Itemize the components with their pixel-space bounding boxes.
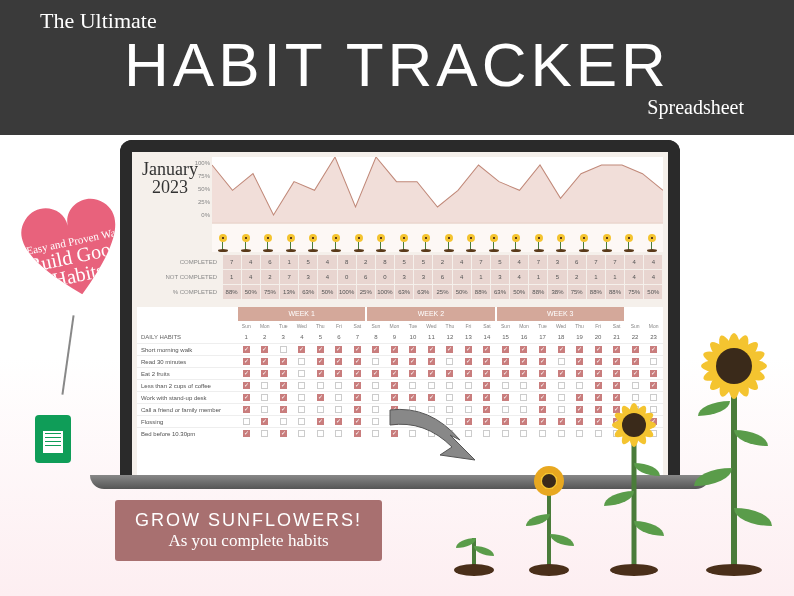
- grow-line1: GROW SUNFLOWERS!: [135, 510, 362, 531]
- habit-checkbox[interactable]: [274, 404, 293, 415]
- habit-checkbox[interactable]: [348, 344, 367, 355]
- habit-checkbox[interactable]: [274, 344, 293, 355]
- mini-sunflower-icon: [443, 234, 455, 252]
- mini-sunflower-icon: [488, 234, 500, 252]
- habit-checkbox[interactable]: [367, 368, 386, 379]
- habit-checkbox[interactable]: [237, 380, 256, 391]
- habit-checkbox[interactable]: [256, 368, 275, 379]
- habit-checkbox[interactable]: [404, 380, 423, 391]
- heart-shape: An Easy and Proven Way to Build Good Hab…: [0, 182, 157, 338]
- habit-checkbox[interactable]: [348, 356, 367, 367]
- habit-checkbox[interactable]: [293, 392, 312, 403]
- habit-checkbox[interactable]: [348, 416, 367, 427]
- habit-checkbox[interactable]: [385, 380, 404, 391]
- flower-row: [212, 224, 663, 252]
- mini-sunflower-icon: [465, 234, 477, 252]
- svg-point-15: [716, 348, 752, 384]
- habit-checkbox[interactable]: [274, 416, 293, 427]
- habit-checkbox[interactable]: [385, 368, 404, 379]
- habit-checkbox[interactable]: [348, 428, 367, 439]
- habit-checkbox[interactable]: [274, 428, 293, 439]
- habit-checkbox[interactable]: [330, 344, 349, 355]
- habit-checkbox[interactable]: [311, 404, 330, 415]
- habit-checkbox[interactable]: [330, 428, 349, 439]
- habit-checkbox[interactable]: [311, 428, 330, 439]
- habit-checkbox[interactable]: [237, 368, 256, 379]
- habit-checkbox[interactable]: [237, 416, 256, 427]
- habit-checkbox[interactable]: [256, 428, 275, 439]
- google-sheets-icon: [35, 415, 71, 463]
- habit-checkbox[interactable]: [422, 344, 441, 355]
- habit-checkbox[interactable]: [256, 380, 275, 391]
- habit-checkbox[interactable]: [348, 368, 367, 379]
- habit-checkbox[interactable]: [367, 356, 386, 367]
- mini-sunflower-icon: [420, 234, 432, 252]
- habit-checkbox[interactable]: [330, 392, 349, 403]
- balloon-string: [61, 315, 74, 394]
- habit-checkbox[interactable]: [330, 356, 349, 367]
- habit-checkbox[interactable]: [330, 416, 349, 427]
- habit-checkbox[interactable]: [293, 404, 312, 415]
- habit-checkbox[interactable]: [367, 380, 386, 391]
- habit-checkbox[interactable]: [311, 368, 330, 379]
- habit-checkbox[interactable]: [293, 368, 312, 379]
- mini-sunflower-icon: [555, 234, 567, 252]
- mini-sunflower-icon: [262, 234, 274, 252]
- habit-checkbox[interactable]: [311, 416, 330, 427]
- habit-checkbox[interactable]: [404, 368, 423, 379]
- sunflower-large: [694, 331, 774, 576]
- habit-checkbox[interactable]: [256, 344, 275, 355]
- habit-checkbox[interactable]: [274, 380, 293, 391]
- mini-sunflower-icon: [307, 234, 319, 252]
- mini-sunflower-icon: [240, 234, 252, 252]
- habit-checkbox[interactable]: [404, 356, 423, 367]
- habit-checkbox[interactable]: [367, 344, 386, 355]
- habit-checkbox[interactable]: [293, 428, 312, 439]
- habit-checkbox[interactable]: [330, 368, 349, 379]
- habit-checkbox[interactable]: [274, 392, 293, 403]
- habit-checkbox[interactable]: [293, 380, 312, 391]
- habit-checkbox[interactable]: [311, 392, 330, 403]
- habit-checkbox[interactable]: [237, 392, 256, 403]
- subtitle: Spreadsheet: [30, 96, 744, 119]
- habit-checkbox[interactable]: [422, 356, 441, 367]
- svg-point-6: [622, 413, 646, 437]
- habit-checkbox[interactable]: [404, 344, 423, 355]
- habit-checkbox[interactable]: [237, 428, 256, 439]
- habit-checkbox[interactable]: [385, 356, 404, 367]
- habit-checkbox[interactable]: [422, 380, 441, 391]
- habit-checkbox[interactable]: [274, 356, 293, 367]
- habit-checkbox[interactable]: [330, 404, 349, 415]
- mini-sunflower-icon: [533, 234, 545, 252]
- habit-checkbox[interactable]: [256, 404, 275, 415]
- completion-chart: [212, 157, 663, 222]
- habit-checkbox[interactable]: [256, 392, 275, 403]
- grow-line2: As you complete habits: [135, 531, 362, 551]
- habit-checkbox[interactable]: [293, 416, 312, 427]
- habit-checkbox[interactable]: [311, 380, 330, 391]
- promo-header: The Ultimate HABIT TRACKER Spreadsheet: [0, 0, 794, 135]
- habit-checkbox[interactable]: [348, 392, 367, 403]
- habit-checkbox[interactable]: [348, 404, 367, 415]
- sunflower-sprout: [454, 526, 494, 576]
- habit-checkbox[interactable]: [237, 404, 256, 415]
- mini-sunflower-icon: [330, 234, 342, 252]
- habit-checkbox[interactable]: [311, 356, 330, 367]
- chart-y-axis: 100%75%50%25%0%: [192, 157, 210, 222]
- habit-checkbox[interactable]: [237, 356, 256, 367]
- habit-checkbox[interactable]: [330, 380, 349, 391]
- sunflower-medium: [604, 401, 664, 576]
- habit-checkbox[interactable]: [256, 356, 275, 367]
- habit-checkbox[interactable]: [256, 416, 275, 427]
- habit-checkbox[interactable]: [385, 344, 404, 355]
- stats-table: COMPLETED74615482855247547367744NOT COMP…: [137, 254, 663, 299]
- mini-sunflower-icon: [398, 234, 410, 252]
- habit-checkbox[interactable]: [274, 368, 293, 379]
- habit-checkbox[interactable]: [237, 344, 256, 355]
- habit-checkbox[interactable]: [311, 344, 330, 355]
- habit-checkbox[interactable]: [293, 344, 312, 355]
- habit-checkbox[interactable]: [422, 368, 441, 379]
- mini-sunflower-icon: [285, 234, 297, 252]
- habit-checkbox[interactable]: [348, 380, 367, 391]
- habit-checkbox[interactable]: [293, 356, 312, 367]
